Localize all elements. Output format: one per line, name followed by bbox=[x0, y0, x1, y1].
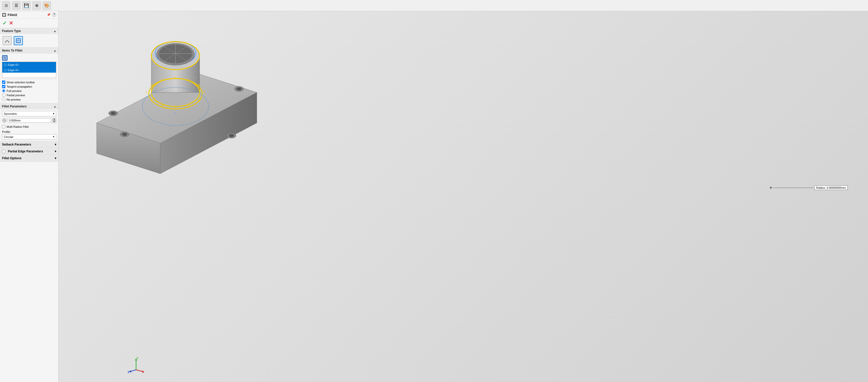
setback-left: Setback Parameters bbox=[2, 143, 31, 146]
feature-type-header[interactable]: Feature Type ▲ bbox=[0, 28, 58, 34]
profile-dropdown[interactable]: Circular ▾ bbox=[2, 134, 56, 139]
toolbar-btn-1[interactable]: ⊙ bbox=[2, 2, 10, 10]
svg-text:Y: Y bbox=[136, 357, 138, 360]
ok-button[interactable]: ✓ bbox=[3, 20, 7, 26]
partial-preview-label: Partial preview bbox=[7, 94, 25, 97]
items-to-fillet-content: ◻ Edge<3> ◻ Edge<4> Show selection toolb… bbox=[0, 54, 58, 103]
symmetric-dropdown[interactable]: Symmetric ▾ bbox=[2, 111, 56, 116]
fillet-parameters-header[interactable]: Fillet Parameters ▲ bbox=[0, 103, 58, 109]
cancel-button[interactable]: ✕ bbox=[9, 20, 13, 26]
setback-parameters-section[interactable]: Setback Parameters ▾ bbox=[0, 141, 58, 148]
fillet-parameters-label: Fillet Parameters bbox=[2, 105, 27, 108]
main-layout: 🔲 Fillet2 📌 ? ✓ ✕ Feature Type ▲ bbox=[0, 11, 868, 382]
fillet-options-section[interactable]: Fillet Options ▾ bbox=[0, 155, 58, 162]
svg-text:X: X bbox=[143, 371, 144, 373]
show-selection-checkbox[interactable] bbox=[2, 80, 5, 84]
svg-text:Z: Z bbox=[128, 371, 129, 374]
spin-up[interactable]: ▲ bbox=[52, 118, 56, 120]
partial-preview-row: Partial preview bbox=[2, 93, 56, 97]
fillet-icon: 🔲 bbox=[2, 13, 6, 17]
ok-cancel-row: ✓ ✕ bbox=[0, 19, 58, 28]
toolbar-btn-4[interactable]: ⊕ bbox=[33, 2, 41, 10]
no-preview-radio[interactable] bbox=[2, 98, 5, 101]
multi-radius-label: Multi Radius Fillet bbox=[7, 125, 29, 128]
tangent-propagation-label: Tangent propagation bbox=[7, 85, 32, 88]
fillet-parameters-section: Fillet Parameters ▲ Symmetric ▾ bbox=[0, 103, 58, 141]
full-preview-row: Full preview bbox=[2, 89, 56, 93]
profile-label: Profile: bbox=[2, 130, 56, 133]
feature-type-icons bbox=[0, 34, 58, 47]
list-empty-space bbox=[2, 73, 56, 78]
feature-type-section: Feature Type ▲ bbox=[0, 28, 58, 47]
fillet-options-left: Fillet Options bbox=[2, 157, 22, 160]
multi-radius-checkbox[interactable] bbox=[2, 125, 5, 128]
edge3-icon: ◻ bbox=[4, 63, 7, 67]
tangent-propagation-checkbox[interactable] bbox=[2, 85, 5, 88]
panel-title: 🔲 Fillet2 bbox=[2, 13, 17, 17]
svg-rect-1 bbox=[3, 57, 6, 60]
svg-line-38 bbox=[146, 92, 148, 93]
items-to-fillet-chevron: ▲ bbox=[54, 49, 56, 52]
items-to-fillet-header[interactable]: Items To Fillet ▲ bbox=[0, 47, 58, 54]
select-icon-row bbox=[2, 55, 56, 61]
feature-icon-btn-2[interactable] bbox=[14, 36, 23, 45]
svg-rect-0 bbox=[16, 39, 20, 43]
setback-arrow: ▾ bbox=[55, 143, 56, 146]
edge4-label: Edge<4> bbox=[8, 69, 19, 72]
left-panel: 🔲 Fillet2 📌 ? ✓ ✕ Feature Type ▲ bbox=[0, 11, 59, 382]
setback-label: Setback Parameters bbox=[2, 143, 31, 146]
radius-icon bbox=[2, 118, 7, 123]
feature-type-chevron: ▲ bbox=[54, 30, 56, 33]
symmetric-label: Symmetric bbox=[4, 112, 17, 115]
help-icon[interactable]: ? bbox=[52, 13, 56, 17]
profile-value: Circular bbox=[4, 135, 13, 138]
items-list-container: ◻ Edge<3> ◻ Edge<4> bbox=[2, 62, 56, 78]
annotation-box: Radius: 3.00000000mm bbox=[814, 185, 848, 190]
svg-point-8 bbox=[111, 112, 116, 115]
edge3-label: Edge<3> bbox=[8, 63, 19, 66]
items-to-fillet-section: Items To Fillet ▲ ◻ Edge<3> bbox=[0, 47, 58, 103]
svg-point-10 bbox=[237, 88, 242, 91]
partial-edge-checkbox[interactable] bbox=[2, 150, 5, 153]
annotation-dot bbox=[770, 187, 772, 188]
full-preview-radio[interactable] bbox=[2, 89, 5, 93]
partial-edge-section[interactable]: Partial Edge Parameters ▾ bbox=[0, 148, 58, 155]
spin-down[interactable]: ▼ bbox=[52, 120, 56, 123]
feature-icon-btn-1[interactable] bbox=[3, 36, 12, 45]
list-item-edge3[interactable]: ◻ Edge<3> bbox=[2, 62, 56, 67]
annotation-value: 3.00000000mm bbox=[827, 186, 846, 189]
toolbar-btn-3[interactable]: 💾 bbox=[22, 2, 31, 10]
viewport[interactable]: Radius: 3.00000000mm Y X Z bbox=[59, 11, 868, 382]
multi-radius-row: Multi Radius Fillet bbox=[2, 125, 56, 129]
show-selection-toolbar-row: Show selection toolbar bbox=[2, 80, 56, 84]
radius-annotation: Radius: 3.00000000mm bbox=[770, 185, 848, 190]
partial-preview-radio[interactable] bbox=[2, 94, 5, 97]
toolbar-btn-5[interactable]: 🎨 bbox=[43, 2, 51, 10]
profile-section: Profile: Circular ▾ bbox=[2, 130, 56, 139]
axis-indicator: Y X Z bbox=[127, 356, 145, 374]
toolbar-btn-2[interactable]: ☰ bbox=[12, 2, 20, 10]
fillet-options-arrow: ▾ bbox=[55, 157, 56, 160]
svg-point-12 bbox=[122, 133, 127, 136]
pin-icon[interactable]: 📌 bbox=[47, 13, 51, 16]
axis-svg: Y X Z bbox=[127, 356, 145, 374]
no-preview-row: No preview bbox=[2, 97, 56, 102]
radius-input-row: ▲ ▼ bbox=[2, 118, 56, 123]
tangent-propagation-row: Tangent propagation bbox=[2, 84, 56, 89]
items-to-fillet-label: Items To Fillet bbox=[2, 49, 22, 52]
fillet-options-label: Fillet Options bbox=[2, 157, 22, 160]
partial-edge-arrow: ▾ bbox=[55, 149, 56, 153]
radius-input[interactable] bbox=[8, 118, 51, 123]
panel-title-text: Fillet2 bbox=[8, 13, 17, 17]
symmetric-arrow: ▾ bbox=[53, 112, 55, 115]
feature-type-label: Feature Type bbox=[2, 29, 21, 33]
panel-header: 🔲 Fillet2 📌 ? bbox=[0, 11, 58, 19]
profile-arrow: ▾ bbox=[53, 135, 55, 138]
full-preview-label: Full preview bbox=[7, 90, 22, 93]
list-item-edge4[interactable]: ◻ Edge<4> bbox=[2, 67, 56, 73]
edge4-icon: ◻ bbox=[4, 68, 7, 72]
spin-buttons: ▲ ▼ bbox=[52, 118, 56, 123]
fillet-parameters-content: Symmetric ▾ ▲ ▼ bbox=[0, 109, 58, 141]
svg-point-14 bbox=[229, 134, 234, 137]
top-toolbar: ⊙ ☰ 💾 ⊕ 🎨 bbox=[0, 0, 868, 11]
